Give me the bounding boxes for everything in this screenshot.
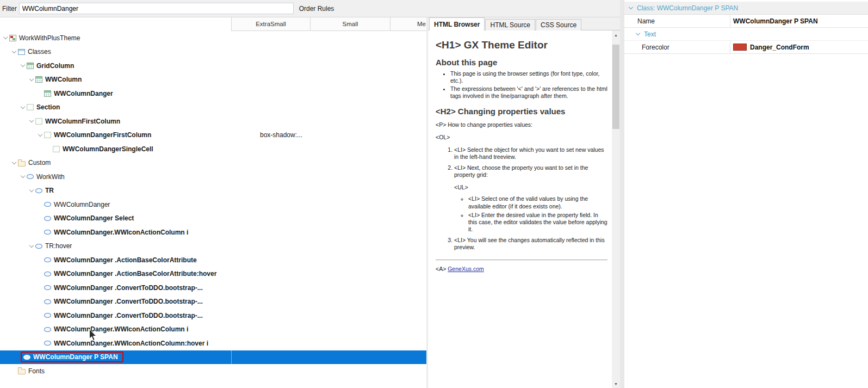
property-group-text[interactable]: Text: [624, 28, 868, 41]
property-preview-value: box-shadow:...: [260, 128, 302, 143]
property-row-name[interactable]: Name WWColumnDanger P SPAN: [624, 15, 868, 28]
preview-about-heading: About this page: [436, 58, 607, 67]
scrollbar-thumb[interactable]: [612, 45, 619, 129]
tab-html-source[interactable]: HTML Source: [485, 19, 535, 30]
css-class-icon: [44, 341, 51, 346]
css-class-icon: [44, 313, 51, 318]
tree-node[interactable]: WWColumnFirstColumn: [0, 114, 426, 128]
property-row-forecolor[interactable]: Forecolor Danger_CondForm: [624, 41, 868, 54]
grid-class-icon: [27, 63, 34, 69]
tree-node-custom-folder[interactable]: Custom: [0, 156, 426, 170]
tree-node[interactable]: WWColumnDanger .ActionBaseColorAttribute…: [0, 267, 426, 281]
selection-highlight-box: WWColumnDanger P SPAN: [21, 352, 123, 362]
link-line: <A> GeneXus.com: [436, 266, 607, 273]
chevron-down-icon[interactable]: [20, 62, 27, 69]
tree-node-tr-hover[interactable]: TR:hover: [0, 239, 426, 254]
css-class-icon: [44, 285, 51, 290]
css-class-icon: [44, 272, 51, 276]
chevron-down-icon[interactable]: [28, 76, 35, 83]
classes-folder-icon: [18, 49, 25, 55]
tree-node[interactable]: WWColumnDanger.WWIconActionColumn i: [0, 225, 426, 239]
html-preview-content: <H1> GX Theme Editor About this page Thi…: [428, 30, 612, 388]
chevron-down-icon[interactable]: [28, 187, 35, 194]
grid-class-icon: [35, 76, 42, 83]
property-grid-header[interactable]: Class: WWColumnDanger P SPAN: [624, 2, 868, 15]
chevron-down-icon[interactable]: [20, 173, 27, 180]
chevron-down-icon[interactable]: [628, 5, 635, 11]
property-grid-panel: Class: WWColumnDanger P SPAN Name WWColu…: [624, 0, 868, 388]
tree-node-theme-root[interactable]: WorkWithPlusTheme: [0, 31, 426, 45]
property-group-label: Text: [644, 30, 656, 38]
tree-node-workwith[interactable]: WorkWith: [0, 170, 426, 184]
filter-input[interactable]: [19, 3, 294, 14]
css-class-icon: [44, 257, 51, 262]
tree-node[interactable]: WWColumnDanger.WWIconActionColumn i: [0, 323, 426, 337]
class-tree: WorkWithPlusTheme Classes GridColumn WWC…: [0, 31, 426, 378]
tree-node[interactable]: WWColumnDanger .ConvertToDDO.bootstrap-.…: [0, 309, 426, 323]
property-name-value[interactable]: WWColumnDanger P SPAN: [730, 15, 868, 27]
css-class-icon: [23, 355, 30, 360]
scroll-up-button[interactable]: ▲: [612, 30, 620, 39]
tree-node[interactable]: WWColumnDangerSingleCell: [0, 142, 426, 156]
class-tree-panel: ExtraSmall Small Me WorkWithPlusTheme Cl…: [0, 17, 428, 388]
column-header-extrasmall[interactable]: ExtraSmall: [231, 17, 310, 31]
css-class-icon: [35, 188, 42, 193]
chevron-down-icon[interactable]: [11, 48, 18, 56]
preview-h2: <H2> Changing properties values: [436, 107, 607, 116]
tree-node[interactable]: WWColumnDanger .ConvertToDDO.bootstrap-.…: [0, 295, 426, 309]
tree-node[interactable]: WWColumnDanger Select: [0, 212, 426, 226]
chevron-down-icon[interactable]: [37, 132, 44, 139]
property-name-label: Name: [624, 15, 730, 27]
css-class-icon: [44, 230, 51, 235]
preview-ol-tag: <OL>: [436, 134, 607, 141]
tree-node-fonts-folder[interactable]: Fonts: [0, 364, 426, 378]
vertical-scrollbar[interactable]: ▲ ▼: [612, 30, 620, 388]
preview-ul-tag: <UL>: [454, 184, 607, 191]
tree-node-classes[interactable]: Classes: [0, 45, 426, 59]
css-class-icon: [35, 244, 42, 249]
tree-node[interactable]: WWColumnDanger: [0, 198, 426, 212]
tree-node[interactable]: WWColumnDanger.WWIconActionColumn:hover …: [0, 336, 426, 350]
chevron-down-icon[interactable]: [635, 31, 642, 38]
preview-panel: HTML Browser HTML Source CSS Source <H1>…: [428, 17, 620, 388]
breakpoint-columns-header: ExtraSmall Small Me: [0, 17, 426, 31]
preview-p-line: <P> How to change properties values:: [436, 121, 607, 128]
section-class-icon: [44, 132, 51, 138]
preview-tabs: HTML Browser HTML Source CSS Source: [428, 17, 620, 30]
chevron-down-icon[interactable]: [11, 159, 18, 167]
forecolor-value: Danger_CondForm: [750, 44, 809, 51]
column-header-small[interactable]: Small: [310, 17, 390, 31]
tree-node-selected[interactable]: WWColumnDanger P SPAN: [0, 350, 426, 365]
forecolor-label: Forecolor: [624, 41, 730, 53]
css-class-icon: [44, 202, 51, 207]
folder-icon: [18, 369, 26, 374]
order-rules-button[interactable]: Order Rules: [299, 5, 334, 13]
genexus-link[interactable]: GeneXus.com: [448, 266, 484, 272]
chevron-down-icon[interactable]: [20, 104, 27, 111]
tree-node-gridcolumn[interactable]: GridColumn: [0, 59, 426, 73]
tree-node-tr[interactable]: TR: [0, 184, 426, 198]
divider: [436, 260, 607, 260]
css-class-icon: [44, 327, 51, 332]
tree-node[interactable]: WWColumn: [0, 73, 426, 87]
grid-class-icon: [44, 90, 51, 97]
preview-h1: <H1> GX Theme Editor: [436, 39, 607, 51]
tree-node[interactable]: WWColumnDanger .ActionBaseColorAttribute: [0, 253, 426, 267]
tree-node-section[interactable]: Section: [0, 101, 426, 115]
chevron-down-icon[interactable]: [28, 243, 35, 250]
column-header-medium[interactable]: Me: [390, 17, 426, 31]
css-class-icon: [44, 299, 51, 304]
theme-editor-main: Filter Order Rules ExtraSmall Small Me W…: [0, 0, 620, 388]
steps-list: <LI> Select the object for which you wan…: [436, 146, 607, 251]
tree-node[interactable]: WWColumnDanger: [0, 87, 426, 101]
theme-icon: [9, 35, 16, 41]
chevron-down-icon[interactable]: [28, 118, 35, 125]
tree-node[interactable]: WWColumnDanger .ConvertToDDO.bootstrap-.…: [0, 281, 426, 295]
tab-css-source[interactable]: CSS Source: [536, 19, 581, 30]
tree-node[interactable]: WWColumnDangerFirstColumnbox-shadow:...: [0, 128, 426, 143]
chevron-down-icon[interactable]: [2, 34, 9, 41]
property-grid-title: Class: WWColumnDanger P SPAN: [637, 4, 738, 12]
scroll-down-button[interactable]: ▼: [612, 379, 620, 388]
tab-html-browser[interactable]: HTML Browser: [429, 17, 485, 30]
color-swatch[interactable]: [733, 44, 747, 51]
